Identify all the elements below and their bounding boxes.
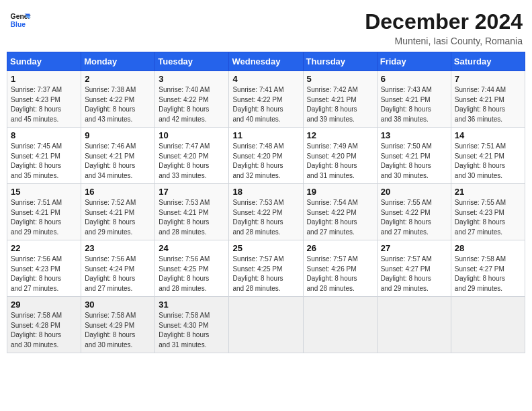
day-info-16: Sunrise: 7:52 AM Sunset: 4:21 PM Dayligh…	[85, 198, 151, 237]
day-cell-12: 12Sunrise: 7:49 AM Sunset: 4:20 PM Dayli…	[303, 128, 377, 184]
day-cell-25: 25Sunrise: 7:57 AM Sunset: 4:25 PM Dayli…	[229, 240, 303, 297]
day-cell-2: 2Sunrise: 7:38 AM Sunset: 4:22 PM Daylig…	[81, 71, 155, 128]
day-number-3: 3	[159, 74, 225, 84]
day-number-24: 24	[159, 243, 225, 253]
day-number-18: 18	[232, 187, 299, 197]
day-cell-23: 23Sunrise: 7:56 AM Sunset: 4:24 PM Dayli…	[81, 240, 155, 297]
empty-cell	[451, 297, 525, 353]
day-number-17: 17	[159, 187, 225, 197]
day-info-1: Sunrise: 7:37 AM Sunset: 4:23 PM Dayligh…	[11, 85, 77, 124]
page-header: General Blue December 2024 Munteni, Iasi…	[7, 7, 525, 46]
day-info-22: Sunrise: 7:56 AM Sunset: 4:23 PM Dayligh…	[11, 255, 77, 293]
day-number-29: 29	[11, 300, 77, 310]
day-number-27: 27	[381, 243, 447, 253]
day-number-10: 10	[159, 130, 225, 140]
day-cell-8: 8Sunrise: 7:45 AM Sunset: 4:21 PM Daylig…	[7, 128, 81, 184]
day-cell-27: 27Sunrise: 7:57 AM Sunset: 4:27 PM Dayli…	[377, 240, 451, 297]
calendar-table: SundayMondayTuesdayWednesdayThursdayFrid…	[7, 52, 525, 353]
day-number-12: 12	[307, 130, 373, 140]
day-number-28: 28	[455, 243, 521, 253]
week-row-5: 29Sunrise: 7:58 AM Sunset: 4:28 PM Dayli…	[7, 297, 525, 353]
day-info-18: Sunrise: 7:53 AM Sunset: 4:22 PM Dayligh…	[232, 198, 299, 237]
week-row-3: 15Sunrise: 7:51 AM Sunset: 4:21 PM Dayli…	[7, 184, 525, 240]
day-number-25: 25	[232, 243, 299, 253]
day-info-9: Sunrise: 7:46 AM Sunset: 4:21 PM Dayligh…	[85, 142, 151, 181]
day-number-6: 6	[381, 74, 447, 84]
calendar-body: 1Sunrise: 7:37 AM Sunset: 4:23 PM Daylig…	[7, 71, 525, 353]
day-cell-3: 3Sunrise: 7:40 AM Sunset: 4:22 PM Daylig…	[155, 71, 229, 128]
day-number-31: 31	[159, 300, 225, 310]
day-info-4: Sunrise: 7:41 AM Sunset: 4:22 PM Dayligh…	[232, 85, 299, 124]
calendar-header: SundayMondayTuesdayWednesdayThursdayFrid…	[7, 52, 525, 71]
week-row-2: 8Sunrise: 7:45 AM Sunset: 4:21 PM Daylig…	[7, 128, 525, 184]
empty-cell	[377, 297, 451, 353]
day-cell-24: 24Sunrise: 7:56 AM Sunset: 4:25 PM Dayli…	[155, 240, 229, 297]
month-title: December 2024	[365, 9, 523, 34]
day-number-8: 8	[11, 130, 77, 140]
title-section: December 2024 Munteni, Iasi County, Roma…	[365, 9, 523, 46]
day-number-1: 1	[11, 74, 77, 84]
day-info-12: Sunrise: 7:49 AM Sunset: 4:20 PM Dayligh…	[307, 142, 373, 181]
day-info-28: Sunrise: 7:58 AM Sunset: 4:27 PM Dayligh…	[455, 255, 521, 293]
day-info-29: Sunrise: 7:58 AM Sunset: 4:28 PM Dayligh…	[11, 311, 77, 350]
weekday-header-row: SundayMondayTuesdayWednesdayThursdayFrid…	[7, 52, 525, 71]
day-number-16: 16	[85, 187, 151, 197]
day-info-19: Sunrise: 7:54 AM Sunset: 4:22 PM Dayligh…	[307, 198, 373, 237]
weekday-header-thursday: Thursday	[303, 52, 377, 71]
day-cell-14: 14Sunrise: 7:51 AM Sunset: 4:21 PM Dayli…	[451, 128, 525, 184]
day-cell-9: 9Sunrise: 7:46 AM Sunset: 4:21 PM Daylig…	[81, 128, 155, 184]
day-info-23: Sunrise: 7:56 AM Sunset: 4:24 PM Dayligh…	[85, 255, 151, 293]
day-cell-11: 11Sunrise: 7:48 AM Sunset: 4:20 PM Dayli…	[229, 128, 303, 184]
day-info-30: Sunrise: 7:58 AM Sunset: 4:29 PM Dayligh…	[85, 311, 151, 350]
svg-text:Blue: Blue	[11, 21, 26, 28]
day-number-15: 15	[11, 187, 77, 197]
day-cell-6: 6Sunrise: 7:43 AM Sunset: 4:21 PM Daylig…	[377, 71, 451, 128]
day-number-21: 21	[455, 187, 521, 197]
day-cell-28: 28Sunrise: 7:58 AM Sunset: 4:27 PM Dayli…	[451, 240, 525, 297]
day-cell-21: 21Sunrise: 7:55 AM Sunset: 4:23 PM Dayli…	[451, 184, 525, 240]
day-number-30: 30	[85, 300, 151, 310]
weekday-header-tuesday: Tuesday	[155, 52, 229, 71]
day-info-21: Sunrise: 7:55 AM Sunset: 4:23 PM Dayligh…	[455, 198, 521, 237]
day-cell-18: 18Sunrise: 7:53 AM Sunset: 4:22 PM Dayli…	[229, 184, 303, 240]
day-cell-30: 30Sunrise: 7:58 AM Sunset: 4:29 PM Dayli…	[81, 297, 155, 353]
day-info-10: Sunrise: 7:47 AM Sunset: 4:20 PM Dayligh…	[159, 142, 225, 181]
day-cell-31: 31Sunrise: 7:58 AM Sunset: 4:30 PM Dayli…	[155, 297, 229, 353]
day-number-4: 4	[232, 74, 299, 84]
day-number-11: 11	[232, 130, 299, 140]
day-info-24: Sunrise: 7:56 AM Sunset: 4:25 PM Dayligh…	[159, 255, 225, 293]
weekday-header-monday: Monday	[81, 52, 155, 71]
day-info-20: Sunrise: 7:55 AM Sunset: 4:22 PM Dayligh…	[381, 198, 447, 237]
weekday-header-sunday: Sunday	[7, 52, 81, 71]
day-number-7: 7	[455, 74, 521, 84]
day-number-2: 2	[85, 74, 151, 84]
day-number-22: 22	[11, 243, 77, 253]
week-row-4: 22Sunrise: 7:56 AM Sunset: 4:23 PM Dayli…	[7, 240, 525, 297]
empty-cell	[229, 297, 303, 353]
day-info-13: Sunrise: 7:50 AM Sunset: 4:21 PM Dayligh…	[381, 142, 447, 181]
day-info-26: Sunrise: 7:57 AM Sunset: 4:26 PM Dayligh…	[307, 255, 373, 293]
logo: General Blue	[9, 9, 31, 31]
day-cell-13: 13Sunrise: 7:50 AM Sunset: 4:21 PM Dayli…	[377, 128, 451, 184]
day-cell-10: 10Sunrise: 7:47 AM Sunset: 4:20 PM Dayli…	[155, 128, 229, 184]
day-number-26: 26	[307, 243, 373, 253]
day-number-20: 20	[381, 187, 447, 197]
day-info-5: Sunrise: 7:42 AM Sunset: 4:21 PM Dayligh…	[307, 85, 373, 124]
day-cell-26: 26Sunrise: 7:57 AM Sunset: 4:26 PM Dayli…	[303, 240, 377, 297]
day-cell-16: 16Sunrise: 7:52 AM Sunset: 4:21 PM Dayli…	[81, 184, 155, 240]
location-subtitle: Munteni, Iasi County, Romania	[365, 36, 523, 46]
day-cell-19: 19Sunrise: 7:54 AM Sunset: 4:22 PM Dayli…	[303, 184, 377, 240]
day-info-25: Sunrise: 7:57 AM Sunset: 4:25 PM Dayligh…	[232, 255, 299, 293]
day-number-23: 23	[85, 243, 151, 253]
day-number-5: 5	[307, 74, 373, 84]
day-info-2: Sunrise: 7:38 AM Sunset: 4:22 PM Dayligh…	[85, 85, 151, 124]
weekday-header-friday: Friday	[377, 52, 451, 71]
day-cell-15: 15Sunrise: 7:51 AM Sunset: 4:21 PM Dayli…	[7, 184, 81, 240]
day-info-14: Sunrise: 7:51 AM Sunset: 4:21 PM Dayligh…	[455, 142, 521, 181]
day-info-8: Sunrise: 7:45 AM Sunset: 4:21 PM Dayligh…	[11, 142, 77, 181]
day-number-9: 9	[85, 130, 151, 140]
week-row-1: 1Sunrise: 7:37 AM Sunset: 4:23 PM Daylig…	[7, 71, 525, 128]
day-info-17: Sunrise: 7:53 AM Sunset: 4:21 PM Dayligh…	[159, 198, 225, 237]
day-info-3: Sunrise: 7:40 AM Sunset: 4:22 PM Dayligh…	[159, 85, 225, 124]
empty-cell	[303, 297, 377, 353]
